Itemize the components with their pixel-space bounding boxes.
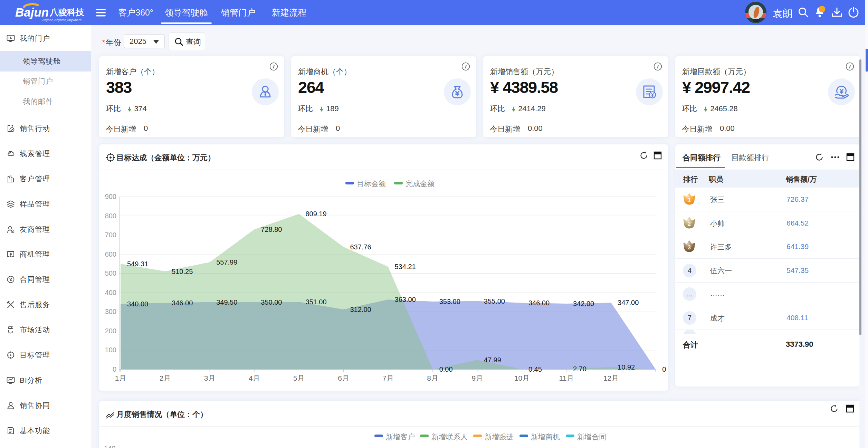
svg-text:346.00: 346.00: [528, 299, 550, 307]
svg-text:10.92: 10.92: [618, 363, 635, 371]
svg-text:510.25: 510.25: [172, 268, 193, 275]
svg-text:700: 700: [105, 231, 116, 239]
svg-text:557.99: 557.99: [216, 258, 237, 266]
svg-text:八骏科技: 八骏科技: [49, 7, 85, 17]
svg-text:i: i: [657, 64, 659, 69]
svg-text:353.00: 353.00: [439, 298, 460, 305]
svg-text:1月: 1月: [115, 374, 126, 382]
svg-text:Anyone,Anytime,Anywhere!: Anyone,Anytime,Anywhere!: [42, 18, 83, 22]
svg-text:9月: 9月: [471, 374, 483, 382]
svg-text:351.00: 351.00: [305, 298, 326, 306]
svg-text:549.31: 549.31: [127, 260, 148, 268]
svg-text:346.00: 346.00: [172, 299, 193, 307]
svg-text:809.19: 809.19: [305, 210, 326, 218]
svg-text:2: 2: [688, 221, 691, 227]
svg-text:100: 100: [105, 346, 116, 354]
svg-text:1: 1: [688, 197, 691, 203]
svg-text:637.76: 637.76: [350, 243, 371, 251]
svg-text:0.45: 0.45: [528, 365, 542, 373]
svg-text:6月: 6月: [338, 374, 349, 382]
svg-text:0.00: 0.00: [439, 365, 453, 373]
svg-text:4月: 4月: [249, 374, 260, 382]
svg-text:3: 3: [688, 245, 691, 250]
svg-text:347.00: 347.00: [618, 299, 639, 306]
svg-text:11月: 11月: [559, 374, 574, 382]
svg-text:i: i: [273, 64, 275, 69]
svg-text:7月: 7月: [382, 374, 394, 382]
svg-text:900: 900: [105, 193, 116, 200]
svg-text:300: 300: [105, 308, 116, 315]
svg-text:600: 600: [105, 250, 116, 258]
svg-text:2.70: 2.70: [573, 365, 586, 373]
svg-text:8月: 8月: [427, 374, 438, 382]
svg-text:5月: 5月: [293, 374, 305, 382]
svg-text:800: 800: [105, 212, 116, 220]
svg-text:728.80: 728.80: [261, 226, 282, 233]
svg-text:i: i: [849, 64, 851, 69]
svg-text:355.00: 355.00: [484, 297, 505, 305]
svg-text:12月: 12月: [603, 374, 619, 382]
svg-text:0: 0: [113, 365, 116, 373]
svg-text:0: 0: [662, 365, 666, 373]
svg-text:3月: 3月: [204, 374, 216, 382]
svg-text:500: 500: [105, 269, 116, 277]
svg-text:10月: 10月: [514, 374, 530, 382]
svg-text:534.21: 534.21: [395, 263, 416, 270]
svg-text:363.00: 363.00: [395, 296, 416, 303]
svg-text:200: 200: [105, 327, 116, 335]
svg-text:340.00: 340.00: [127, 300, 148, 308]
svg-text:312.00: 312.00: [350, 306, 371, 313]
svg-text:i: i: [465, 64, 467, 69]
svg-text:2月: 2月: [160, 374, 171, 382]
svg-text:349.50: 349.50: [216, 298, 237, 306]
svg-text:400: 400: [105, 289, 116, 296]
svg-text:342.00: 342.00: [573, 300, 594, 307]
svg-text:47.99: 47.99: [484, 356, 501, 364]
svg-text:Bajun: Bajun: [15, 6, 49, 19]
svg-text:350.00: 350.00: [261, 298, 282, 306]
